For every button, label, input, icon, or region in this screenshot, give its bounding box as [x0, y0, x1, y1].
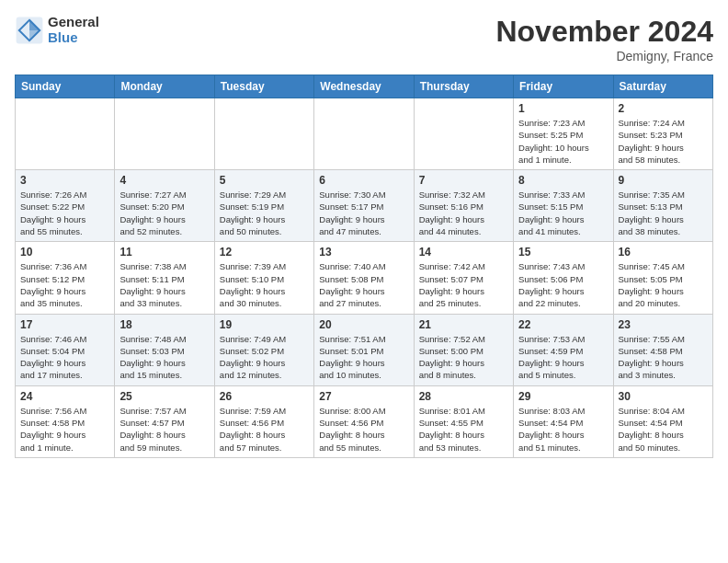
calendar-cell: 26Sunrise: 7:59 AM Sunset: 4:56 PM Dayli… [214, 385, 313, 457]
day-number: 11 [119, 246, 209, 259]
calendar-cell [16, 98, 115, 170]
weekday-header-tuesday: Tuesday [214, 75, 313, 98]
day-number: 24 [20, 390, 109, 403]
day-info: Sunrise: 7:52 AM Sunset: 5:00 PM Dayligh… [419, 333, 508, 382]
weekday-header-saturday: Saturday [613, 75, 712, 98]
calendar-week-5: 24Sunrise: 7:56 AM Sunset: 4:58 PM Dayli… [16, 385, 713, 457]
day-number: 21 [419, 318, 508, 331]
day-info: Sunrise: 7:46 AM Sunset: 5:04 PM Dayligh… [20, 333, 109, 382]
day-number: 26 [220, 390, 309, 403]
day-info: Sunrise: 7:32 AM Sunset: 5:16 PM Dayligh… [419, 189, 508, 237]
calendar-cell [414, 98, 513, 170]
day-info: Sunrise: 7:30 AM Sunset: 5:17 PM Dayligh… [319, 189, 408, 237]
day-number: 13 [319, 246, 408, 259]
day-info: Sunrise: 7:24 AM Sunset: 5:23 PM Dayligh… [619, 117, 708, 166]
day-number: 14 [419, 246, 508, 259]
day-number: 8 [518, 174, 608, 187]
calendar-cell: 6Sunrise: 7:30 AM Sunset: 5:17 PM Daylig… [314, 170, 414, 242]
day-info: Sunrise: 7:48 AM Sunset: 5:03 PM Dayligh… [119, 333, 209, 382]
calendar-cell: 14Sunrise: 7:42 AM Sunset: 5:07 PM Dayli… [414, 242, 513, 314]
day-info: Sunrise: 7:55 AM Sunset: 4:58 PM Dayligh… [619, 333, 708, 382]
calendar-cell: 28Sunrise: 8:01 AM Sunset: 4:55 PM Dayli… [414, 385, 513, 457]
day-info: Sunrise: 7:45 AM Sunset: 5:05 PM Dayligh… [619, 260, 708, 309]
day-info: Sunrise: 7:53 AM Sunset: 4:59 PM Dayligh… [518, 333, 608, 382]
day-number: 4 [119, 174, 209, 187]
calendar-week-2: 3Sunrise: 7:26 AM Sunset: 5:22 PM Daylig… [16, 170, 713, 242]
page-header: General Blue November 2024 Demigny, Fran… [15, 15, 713, 63]
day-info: Sunrise: 7:49 AM Sunset: 5:02 PM Dayligh… [220, 333, 309, 382]
day-info: Sunrise: 7:26 AM Sunset: 5:22 PM Dayligh… [20, 189, 109, 237]
day-info: Sunrise: 8:00 AM Sunset: 4:56 PM Dayligh… [319, 405, 408, 454]
calendar-cell: 12Sunrise: 7:39 AM Sunset: 5:10 PM Dayli… [214, 242, 313, 314]
day-number: 1 [518, 102, 608, 115]
calendar-cell: 15Sunrise: 7:43 AM Sunset: 5:06 PM Dayli… [514, 242, 613, 314]
calendar-cell: 17Sunrise: 7:46 AM Sunset: 5:04 PM Dayli… [16, 314, 115, 385]
day-info: Sunrise: 7:27 AM Sunset: 5:20 PM Dayligh… [119, 189, 209, 237]
calendar-cell: 30Sunrise: 8:04 AM Sunset: 4:54 PM Dayli… [613, 385, 712, 457]
day-info: Sunrise: 7:36 AM Sunset: 5:12 PM Dayligh… [20, 260, 109, 309]
day-info: Sunrise: 8:04 AM Sunset: 4:54 PM Dayligh… [619, 405, 708, 454]
day-info: Sunrise: 7:59 AM Sunset: 4:56 PM Dayligh… [220, 405, 309, 454]
day-number: 17 [20, 318, 109, 331]
calendar-cell: 24Sunrise: 7:56 AM Sunset: 4:58 PM Dayli… [16, 385, 115, 457]
day-info: Sunrise: 7:35 AM Sunset: 5:13 PM Dayligh… [619, 189, 708, 237]
calendar-cell: 13Sunrise: 7:40 AM Sunset: 5:08 PM Dayli… [314, 242, 414, 314]
day-number: 22 [518, 318, 608, 331]
calendar-cell: 8Sunrise: 7:33 AM Sunset: 5:15 PM Daylig… [514, 170, 613, 242]
weekday-header-friday: Friday [514, 75, 613, 98]
day-info: Sunrise: 7:39 AM Sunset: 5:10 PM Dayligh… [220, 260, 309, 309]
calendar-cell: 25Sunrise: 7:57 AM Sunset: 4:57 PM Dayli… [115, 385, 214, 457]
day-info: Sunrise: 8:03 AM Sunset: 4:54 PM Dayligh… [518, 405, 608, 454]
day-number: 7 [419, 174, 508, 187]
calendar-cell: 11Sunrise: 7:38 AM Sunset: 5:11 PM Dayli… [115, 242, 214, 314]
weekday-header-sunday: Sunday [16, 75, 115, 98]
day-number: 29 [518, 390, 608, 403]
day-number: 30 [619, 390, 708, 403]
calendar-cell: 21Sunrise: 7:52 AM Sunset: 5:00 PM Dayli… [414, 314, 513, 385]
day-info: Sunrise: 7:38 AM Sunset: 5:11 PM Dayligh… [119, 260, 209, 309]
day-info: Sunrise: 7:43 AM Sunset: 5:06 PM Dayligh… [518, 260, 608, 309]
day-number: 28 [419, 390, 508, 403]
logo-general: General [48, 15, 99, 30]
month-title: November 2024 [495, 15, 713, 49]
day-info: Sunrise: 8:01 AM Sunset: 4:55 PM Dayligh… [419, 405, 508, 454]
calendar-cell: 23Sunrise: 7:55 AM Sunset: 4:58 PM Dayli… [613, 314, 712, 385]
title-block: November 2024 Demigny, France [495, 15, 713, 63]
calendar-cell: 29Sunrise: 8:03 AM Sunset: 4:54 PM Dayli… [514, 385, 613, 457]
weekday-header-wednesday: Wednesday [314, 75, 414, 98]
day-info: Sunrise: 7:29 AM Sunset: 5:19 PM Dayligh… [220, 189, 309, 237]
calendar-cell: 18Sunrise: 7:48 AM Sunset: 5:03 PM Dayli… [115, 314, 214, 385]
day-number: 16 [619, 246, 708, 259]
day-number: 12 [220, 246, 309, 259]
calendar-week-3: 10Sunrise: 7:36 AM Sunset: 5:12 PM Dayli… [16, 242, 713, 314]
day-number: 19 [220, 318, 309, 331]
day-number: 3 [20, 174, 109, 187]
location: Demigny, France [495, 49, 713, 63]
day-number: 25 [119, 390, 209, 403]
calendar-header-row: SundayMondayTuesdayWednesdayThursdayFrid… [16, 75, 713, 98]
day-info: Sunrise: 7:51 AM Sunset: 5:01 PM Dayligh… [319, 333, 408, 382]
calendar-cell: 7Sunrise: 7:32 AM Sunset: 5:16 PM Daylig… [414, 170, 513, 242]
day-number: 5 [220, 174, 309, 187]
calendar-table: SundayMondayTuesdayWednesdayThursdayFrid… [15, 75, 713, 458]
day-number: 23 [619, 318, 708, 331]
calendar-cell: 20Sunrise: 7:51 AM Sunset: 5:01 PM Dayli… [314, 314, 414, 385]
day-number: 10 [20, 246, 109, 259]
calendar-cell: 1Sunrise: 7:23 AM Sunset: 5:25 PM Daylig… [514, 98, 613, 170]
calendar-cell: 27Sunrise: 8:00 AM Sunset: 4:56 PM Dayli… [314, 385, 414, 457]
calendar-week-4: 17Sunrise: 7:46 AM Sunset: 5:04 PM Dayli… [16, 314, 713, 385]
day-info: Sunrise: 7:40 AM Sunset: 5:08 PM Dayligh… [319, 260, 408, 309]
calendar-cell: 4Sunrise: 7:27 AM Sunset: 5:20 PM Daylig… [115, 170, 214, 242]
calendar-week-1: 1Sunrise: 7:23 AM Sunset: 5:25 PM Daylig… [16, 98, 713, 170]
day-info: Sunrise: 7:23 AM Sunset: 5:25 PM Dayligh… [518, 117, 608, 166]
day-info: Sunrise: 7:42 AM Sunset: 5:07 PM Dayligh… [419, 260, 508, 309]
calendar-cell: 3Sunrise: 7:26 AM Sunset: 5:22 PM Daylig… [16, 170, 115, 242]
day-number: 9 [619, 174, 708, 187]
calendar-cell: 5Sunrise: 7:29 AM Sunset: 5:19 PM Daylig… [214, 170, 313, 242]
weekday-header-monday: Monday [115, 75, 214, 98]
calendar-cell [115, 98, 214, 170]
day-number: 6 [319, 174, 408, 187]
weekday-header-thursday: Thursday [414, 75, 513, 98]
calendar-cell: 2Sunrise: 7:24 AM Sunset: 5:23 PM Daylig… [613, 98, 712, 170]
logo-text: General Blue [48, 15, 99, 45]
